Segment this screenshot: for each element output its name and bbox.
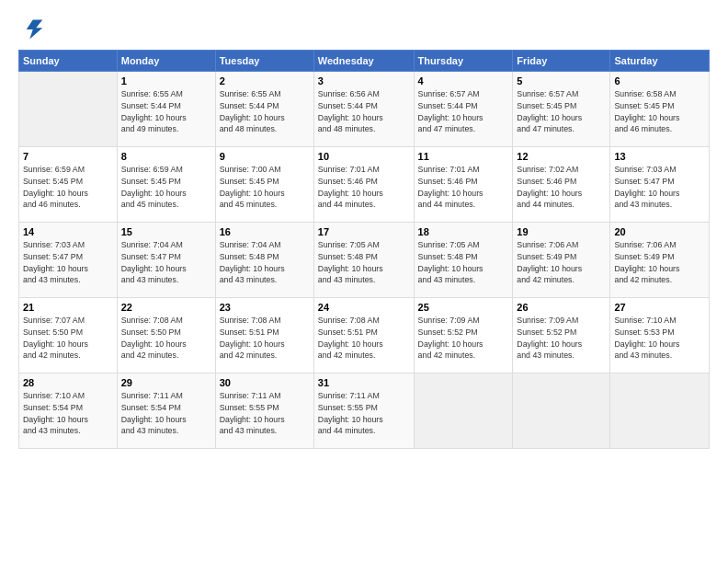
day-detail: Sunrise: 6:59 AMSunset: 5:45 PMDaylight:… bbox=[121, 164, 211, 211]
col-header-friday: Friday bbox=[513, 51, 610, 72]
day-cell: 3Sunrise: 6:56 AMSunset: 5:44 PMDaylight… bbox=[313, 72, 414, 147]
day-number: 4 bbox=[418, 75, 509, 86]
col-header-monday: Monday bbox=[117, 51, 215, 72]
day-detail: Sunrise: 6:58 AMSunset: 5:45 PMDaylight:… bbox=[614, 88, 705, 135]
day-number: 17 bbox=[318, 226, 410, 237]
day-detail: Sunrise: 7:09 AMSunset: 5:52 PMDaylight:… bbox=[517, 315, 606, 362]
day-cell: 1Sunrise: 6:55 AMSunset: 5:44 PMDaylight… bbox=[117, 72, 215, 147]
day-number: 19 bbox=[517, 226, 606, 237]
header-row: SundayMondayTuesdayWednesdayThursdayFrid… bbox=[19, 51, 710, 72]
page: SundayMondayTuesdayWednesdayThursdayFrid… bbox=[0, 0, 728, 563]
day-cell: 11Sunrise: 7:01 AMSunset: 5:46 PMDayligh… bbox=[414, 147, 513, 223]
week-row-5: 28Sunrise: 7:10 AMSunset: 5:54 PMDayligh… bbox=[19, 373, 710, 449]
day-cell bbox=[610, 373, 710, 449]
logo-icon bbox=[18, 17, 44, 42]
day-cell: 2Sunrise: 6:55 AMSunset: 5:44 PMDaylight… bbox=[215, 72, 313, 147]
day-detail: Sunrise: 6:59 AMSunset: 5:45 PMDaylight:… bbox=[23, 164, 113, 211]
day-number: 21 bbox=[23, 302, 113, 313]
day-cell bbox=[414, 373, 513, 449]
day-detail: Sunrise: 6:56 AMSunset: 5:44 PMDaylight:… bbox=[318, 88, 410, 135]
day-cell: 19Sunrise: 7:06 AMSunset: 5:49 PMDayligh… bbox=[513, 223, 610, 298]
day-detail: Sunrise: 7:05 AMSunset: 5:48 PMDaylight:… bbox=[418, 239, 509, 286]
day-detail: Sunrise: 7:04 AMSunset: 5:47 PMDaylight:… bbox=[121, 239, 211, 286]
day-number: 20 bbox=[614, 226, 705, 237]
day-detail: Sunrise: 7:11 AMSunset: 5:55 PMDaylight:… bbox=[220, 390, 310, 437]
day-detail: Sunrise: 7:06 AMSunset: 5:49 PMDaylight:… bbox=[614, 239, 705, 286]
svg-marker-0 bbox=[27, 20, 43, 40]
day-detail: Sunrise: 7:04 AMSunset: 5:48 PMDaylight:… bbox=[220, 239, 310, 286]
day-detail: Sunrise: 7:06 AMSunset: 5:49 PMDaylight:… bbox=[517, 239, 606, 286]
day-cell bbox=[19, 72, 118, 147]
day-cell: 7Sunrise: 6:59 AMSunset: 5:45 PMDaylight… bbox=[19, 147, 118, 223]
day-detail: Sunrise: 7:02 AMSunset: 5:46 PMDaylight:… bbox=[517, 164, 606, 211]
day-number: 28 bbox=[23, 377, 113, 388]
col-header-tuesday: Tuesday bbox=[215, 51, 313, 72]
day-detail: Sunrise: 7:09 AMSunset: 5:52 PMDaylight:… bbox=[418, 315, 509, 362]
day-number: 12 bbox=[517, 151, 606, 162]
day-cell: 4Sunrise: 6:57 AMSunset: 5:44 PMDaylight… bbox=[414, 72, 513, 147]
day-number: 11 bbox=[418, 151, 509, 162]
day-cell: 25Sunrise: 7:09 AMSunset: 5:52 PMDayligh… bbox=[414, 298, 513, 373]
week-row-1: 1Sunrise: 6:55 AMSunset: 5:44 PMDaylight… bbox=[19, 72, 710, 147]
day-cell: 10Sunrise: 7:01 AMSunset: 5:46 PMDayligh… bbox=[313, 147, 414, 223]
day-cell: 9Sunrise: 7:00 AMSunset: 5:45 PMDaylight… bbox=[215, 147, 313, 223]
day-cell: 6Sunrise: 6:58 AMSunset: 5:45 PMDaylight… bbox=[610, 72, 710, 147]
week-row-3: 14Sunrise: 7:03 AMSunset: 5:47 PMDayligh… bbox=[19, 223, 710, 298]
day-number: 26 bbox=[517, 302, 606, 313]
col-header-sunday: Sunday bbox=[19, 51, 118, 72]
day-cell: 27Sunrise: 7:10 AMSunset: 5:53 PMDayligh… bbox=[610, 298, 710, 373]
day-number: 27 bbox=[614, 302, 705, 313]
day-number: 3 bbox=[318, 75, 410, 86]
day-cell: 18Sunrise: 7:05 AMSunset: 5:48 PMDayligh… bbox=[414, 223, 513, 298]
day-number: 10 bbox=[318, 151, 410, 162]
day-number: 18 bbox=[418, 226, 509, 237]
logo bbox=[18, 17, 48, 42]
day-cell: 16Sunrise: 7:04 AMSunset: 5:48 PMDayligh… bbox=[215, 223, 313, 298]
day-number: 29 bbox=[121, 377, 211, 388]
day-number: 16 bbox=[220, 226, 310, 237]
day-cell: 12Sunrise: 7:02 AMSunset: 5:46 PMDayligh… bbox=[513, 147, 610, 223]
day-detail: Sunrise: 7:10 AMSunset: 5:54 PMDaylight:… bbox=[23, 390, 113, 437]
day-detail: Sunrise: 7:01 AMSunset: 5:46 PMDaylight:… bbox=[318, 164, 410, 211]
day-number: 1 bbox=[121, 75, 211, 86]
day-number: 15 bbox=[121, 226, 211, 237]
day-number: 5 bbox=[517, 75, 606, 86]
day-cell: 8Sunrise: 6:59 AMSunset: 5:45 PMDaylight… bbox=[117, 147, 215, 223]
day-number: 22 bbox=[121, 302, 211, 313]
day-number: 31 bbox=[318, 377, 410, 388]
day-detail: Sunrise: 7:07 AMSunset: 5:50 PMDaylight:… bbox=[23, 315, 113, 362]
day-cell: 30Sunrise: 7:11 AMSunset: 5:55 PMDayligh… bbox=[215, 373, 313, 449]
day-cell: 29Sunrise: 7:11 AMSunset: 5:54 PMDayligh… bbox=[117, 373, 215, 449]
calendar-table: SundayMondayTuesdayWednesdayThursdayFrid… bbox=[18, 50, 710, 449]
day-cell: 5Sunrise: 6:57 AMSunset: 5:45 PMDaylight… bbox=[513, 72, 610, 147]
day-number: 14 bbox=[23, 226, 113, 237]
day-detail: Sunrise: 7:08 AMSunset: 5:51 PMDaylight:… bbox=[318, 315, 410, 362]
day-cell: 22Sunrise: 7:08 AMSunset: 5:50 PMDayligh… bbox=[117, 298, 215, 373]
day-detail: Sunrise: 7:03 AMSunset: 5:47 PMDaylight:… bbox=[23, 239, 113, 286]
day-cell: 24Sunrise: 7:08 AMSunset: 5:51 PMDayligh… bbox=[313, 298, 414, 373]
day-cell: 20Sunrise: 7:06 AMSunset: 5:49 PMDayligh… bbox=[610, 223, 710, 298]
day-cell: 26Sunrise: 7:09 AMSunset: 5:52 PMDayligh… bbox=[513, 298, 610, 373]
day-detail: Sunrise: 6:57 AMSunset: 5:45 PMDaylight:… bbox=[517, 88, 606, 135]
day-detail: Sunrise: 7:10 AMSunset: 5:53 PMDaylight:… bbox=[614, 315, 705, 362]
day-cell: 23Sunrise: 7:08 AMSunset: 5:51 PMDayligh… bbox=[215, 298, 313, 373]
week-row-2: 7Sunrise: 6:59 AMSunset: 5:45 PMDaylight… bbox=[19, 147, 710, 223]
col-header-wednesday: Wednesday bbox=[313, 51, 414, 72]
day-cell bbox=[513, 373, 610, 449]
day-detail: Sunrise: 7:08 AMSunset: 5:51 PMDaylight:… bbox=[220, 315, 310, 362]
day-number: 8 bbox=[121, 151, 211, 162]
day-detail: Sunrise: 6:55 AMSunset: 5:44 PMDaylight:… bbox=[220, 88, 310, 135]
day-number: 13 bbox=[614, 151, 705, 162]
col-header-thursday: Thursday bbox=[414, 51, 513, 72]
day-number: 25 bbox=[418, 302, 509, 313]
day-cell: 28Sunrise: 7:10 AMSunset: 5:54 PMDayligh… bbox=[19, 373, 118, 449]
day-cell: 21Sunrise: 7:07 AMSunset: 5:50 PMDayligh… bbox=[19, 298, 118, 373]
day-cell: 13Sunrise: 7:03 AMSunset: 5:47 PMDayligh… bbox=[610, 147, 710, 223]
day-detail: Sunrise: 7:00 AMSunset: 5:45 PMDaylight:… bbox=[220, 164, 310, 211]
day-detail: Sunrise: 6:55 AMSunset: 5:44 PMDaylight:… bbox=[121, 88, 211, 135]
day-detail: Sunrise: 7:03 AMSunset: 5:47 PMDaylight:… bbox=[614, 164, 705, 211]
day-cell: 17Sunrise: 7:05 AMSunset: 5:48 PMDayligh… bbox=[313, 223, 414, 298]
day-number: 7 bbox=[23, 151, 113, 162]
day-number: 24 bbox=[318, 302, 410, 313]
day-cell: 14Sunrise: 7:03 AMSunset: 5:47 PMDayligh… bbox=[19, 223, 118, 298]
